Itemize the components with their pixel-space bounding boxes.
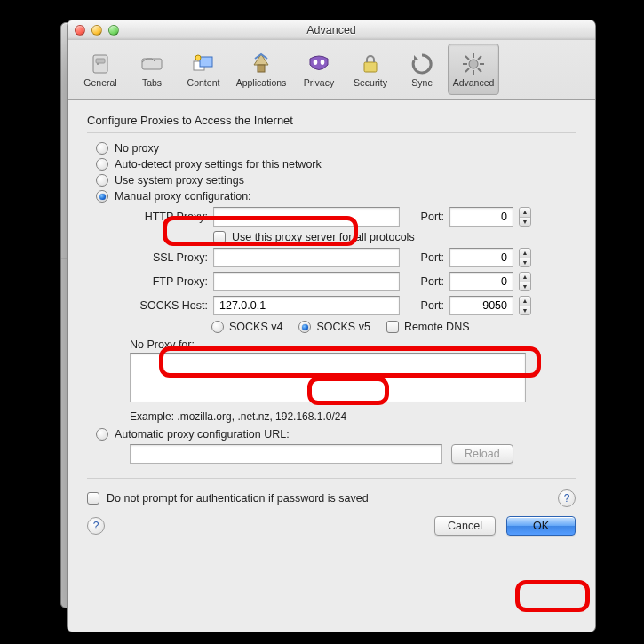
radio-icon: [96, 158, 108, 171]
remote-dns-option[interactable]: Remote DNS: [386, 321, 470, 333]
gear-icon: [460, 51, 487, 77]
svg-point-8: [314, 60, 318, 65]
advanced-tab[interactable]: Advanced: [448, 44, 499, 95]
svg-point-6: [195, 55, 201, 60]
general-tab[interactable]: General: [75, 44, 126, 95]
socks-port-stepper[interactable]: ▲▼: [519, 296, 531, 315]
option-label: No proxy: [115, 142, 159, 155]
ftp-port-input[interactable]: [449, 272, 513, 291]
svg-line-18: [478, 56, 481, 60]
radio-icon: [96, 174, 108, 187]
http-port-stepper[interactable]: ▲▼: [519, 207, 531, 227]
tab-label: Sync: [411, 77, 432, 88]
connection-settings-sheet: Configure Proxies to Access the Internet…: [68, 101, 595, 632]
port-label: Port:: [405, 251, 444, 264]
cancel-button[interactable]: Cancel: [434, 516, 496, 536]
ok-button[interactable]: OK: [506, 516, 576, 536]
manual-proxy-form: HTTP Proxy: Port: ▲▼ Use this proxy serv…: [119, 207, 576, 315]
radio-icon: [96, 190, 108, 203]
http-proxy-label: HTTP Proxy:: [119, 211, 208, 223]
svg-rect-7: [258, 65, 265, 72]
http-proxy-input[interactable]: [213, 207, 400, 227]
pac-option[interactable]: Automatic proxy configuration URL:: [96, 428, 576, 441]
applications-icon: [248, 51, 274, 77]
content-icon: [190, 51, 217, 77]
remote-dns-checkbox[interactable]: [386, 321, 399, 333]
window-minimize-button[interactable]: [91, 25, 102, 36]
content-tab[interactable]: Content: [178, 44, 229, 95]
svg-line-16: [465, 56, 469, 60]
tab-label: Applications: [236, 77, 287, 88]
tab-label: Content: [187, 77, 220, 88]
port-label: Port:: [405, 299, 444, 312]
option-label: Automatic proxy configuration URL:: [115, 428, 290, 441]
mask-icon: [306, 51, 332, 77]
section-title: Configure Proxies to Access the Internet: [87, 114, 576, 133]
manual-proxy-option[interactable]: Manual proxy configuration:: [96, 190, 576, 203]
sync-tab[interactable]: Sync: [396, 44, 448, 95]
auto-detect-option[interactable]: Auto-detect proxy settings for this netw…: [96, 158, 576, 171]
advanced-window: Advanced General Tabs Content Applica: [67, 20, 596, 632]
radio-icon: [211, 321, 224, 333]
svg-rect-5: [200, 57, 212, 67]
no-auth-prompt-checkbox[interactable]: [87, 492, 99, 505]
ssl-proxy-label: SSL Proxy:: [119, 251, 208, 264]
socks-port-input[interactable]: [449, 296, 513, 315]
divider: [87, 478, 576, 479]
socks-host-input[interactable]: [213, 296, 400, 315]
lock-icon: [357, 51, 384, 77]
remote-dns-label: Remote DNS: [404, 321, 470, 333]
svg-line-19: [465, 68, 469, 72]
tab-label: Tabs: [142, 77, 162, 88]
window-zoom-button[interactable]: [108, 25, 119, 36]
no-proxy-for-input[interactable]: [130, 353, 526, 402]
applications-tab[interactable]: Applications: [229, 44, 293, 95]
port-label: Port:: [405, 211, 444, 223]
share-proxy-checkbox[interactable]: [213, 231, 226, 243]
ssl-port-input[interactable]: [449, 248, 513, 267]
switch-icon: [87, 51, 114, 77]
window-title: Advanced: [306, 24, 356, 36]
no-proxy-option[interactable]: No proxy: [96, 142, 576, 155]
ftp-port-stepper[interactable]: ▲▼: [519, 272, 531, 291]
radio-icon: [96, 142, 108, 155]
svg-rect-1: [96, 59, 105, 63]
socks-v4-label: SOCKS v4: [229, 321, 282, 333]
sync-icon: [409, 51, 435, 77]
socks-v5-option[interactable]: SOCKS v5: [298, 321, 370, 333]
preferences-toolbar: General Tabs Content Applications Privac…: [68, 40, 595, 100]
svg-point-9: [321, 60, 325, 65]
no-proxy-for-label: No Proxy for:: [130, 338, 576, 351]
tabs-tab[interactable]: Tabs: [126, 44, 178, 95]
ftp-proxy-input[interactable]: [213, 272, 400, 291]
radio-icon: [298, 321, 311, 333]
ssl-proxy-input[interactable]: [213, 248, 400, 267]
tab-label: Advanced: [453, 77, 495, 88]
ssl-port-stepper[interactable]: ▲▼: [519, 248, 531, 267]
http-port-input[interactable]: [449, 207, 513, 227]
svg-rect-0: [93, 55, 107, 73]
pac-url-input[interactable]: [130, 444, 442, 464]
socks-v4-option[interactable]: SOCKS v4: [211, 321, 282, 333]
tab-label: Privacy: [304, 77, 334, 88]
socks-host-label: SOCKS Host:: [119, 299, 208, 312]
help-button[interactable]: ?: [558, 489, 576, 507]
option-label: Use system proxy settings: [115, 174, 244, 187]
no-proxy-example: Example: .mozilla.org, .net.nz, 192.168.…: [130, 410, 576, 423]
help-button-bottom[interactable]: ?: [87, 517, 105, 535]
system-proxy-option[interactable]: Use system proxy settings: [96, 174, 576, 187]
privacy-tab[interactable]: Privacy: [293, 44, 345, 95]
ftp-proxy-label: FTP Proxy:: [119, 275, 208, 288]
reload-button[interactable]: Reload: [451, 444, 513, 464]
share-proxy-label: Use this proxy server for all protocols: [232, 231, 415, 243]
titlebar: Advanced: [68, 20, 595, 40]
option-label: Auto-detect proxy settings for this netw…: [115, 158, 322, 171]
svg-line-17: [478, 68, 481, 72]
radio-icon: [96, 428, 108, 441]
port-label: Port:: [405, 275, 444, 288]
tabs-icon: [139, 51, 165, 77]
security-tab[interactable]: Security: [345, 44, 396, 95]
tab-label: General: [83, 77, 116, 88]
window-close-button[interactable]: [75, 25, 85, 36]
socks-v5-label: SOCKS v5: [316, 321, 370, 333]
